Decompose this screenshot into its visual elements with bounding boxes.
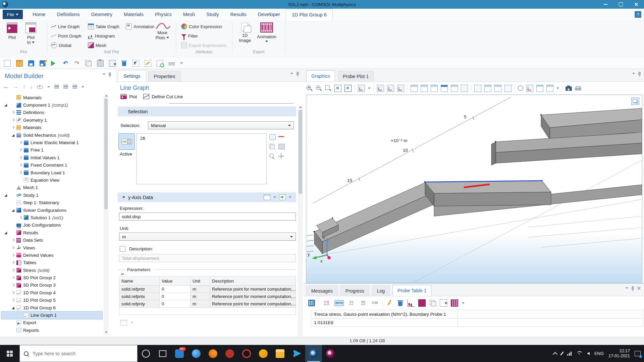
tab-log[interactable]: Log	[372, 286, 390, 296]
tab-graphics[interactable]: Graphics	[306, 70, 335, 81]
pin-icon[interactable]	[297, 72, 299, 75]
chevron-down-icon[interactable]	[273, 196, 276, 198]
mesh-plot-button[interactable]: Mesh	[88, 42, 106, 49]
selection-item[interactable]: 26	[140, 136, 145, 141]
tree-item-line-graph-1[interactable]: Line Graph 1	[1, 311, 102, 319]
select-entities-icon[interactable]	[474, 85, 481, 92]
language-indicator[interactable]: ENG	[594, 351, 604, 356]
animation-button[interactable]: Animation	[256, 21, 277, 48]
unit-combo[interactable]: m	[119, 233, 296, 241]
table-row[interactable]: solid.refpntz 0 m Reference point for mo…	[119, 286, 296, 293]
expand-all-icon[interactable]	[63, 85, 68, 89]
table-color-icon[interactable]	[418, 299, 426, 307]
rotate-icon[interactable]	[518, 85, 523, 91]
graphics-canvas[interactable]: 5 ×10⁻² m 10 15 z y x	[306, 95, 642, 283]
y-axis-data-section-header[interactable]: y-Axis Data	[118, 192, 296, 202]
tree-item-linear-elastic-material-1[interactable]: Linear Elastic Material 1	[1, 139, 102, 146]
maximize-button[interactable]	[613, 0, 629, 9]
zoom-box-icon[interactable]	[325, 85, 331, 92]
start-button[interactable]	[0, 345, 19, 362]
minimize-button[interactable]	[598, 0, 613, 9]
plot-in-button[interactable]: Plot In	[22, 21, 40, 48]
export-table-icon[interactable]	[440, 299, 447, 307]
collapse-arrow-icon[interactable]	[18, 140, 23, 145]
network-icon[interactable]	[567, 352, 572, 356]
settings-scrollbar[interactable]	[298, 105, 303, 336]
tree-item-results[interactable]: Results	[1, 229, 102, 236]
collapse-arrow-icon[interactable]	[11, 238, 16, 243]
replace-expression-icon[interactable]	[264, 194, 270, 200]
chevron-down-icon[interactable]	[289, 196, 291, 198]
histogram-button[interactable]: Histogram	[88, 32, 115, 40]
scientific-notation-button[interactable]: 8.5e-1	[347, 301, 356, 306]
tree-item-data-sets[interactable]: Data Sets	[1, 236, 102, 244]
collapse-arrow-icon[interactable]	[11, 253, 16, 258]
taskbar-search[interactable]	[19, 345, 138, 362]
tab-developer[interactable]: Developer	[252, 9, 286, 20]
collapse-arrow-icon[interactable]	[18, 163, 23, 168]
tree-item-solid-mechanics[interactable]: Solid Mechanics(solid)	[1, 131, 102, 139]
save-icon[interactable]	[28, 60, 34, 66]
collapse-arrow-icon[interactable]	[18, 215, 23, 220]
tree-item-fixed-constraint-1[interactable]: Fixed Constraint 1	[1, 162, 102, 169]
chevron-down-icon[interactable]	[47, 86, 50, 88]
tab-properties[interactable]: Properties	[148, 71, 181, 81]
zoom-in-icon[interactable]	[306, 85, 313, 92]
table-display-icon[interactable]	[451, 299, 458, 307]
expand-arrow-icon[interactable]	[11, 133, 16, 138]
duplicate-icon[interactable]	[109, 60, 116, 67]
paste-icon[interactable]	[97, 60, 104, 67]
description-checkbox[interactable]	[120, 246, 125, 252]
plot-table-icon[interactable]	[408, 300, 415, 307]
expand-arrow-icon[interactable]	[3, 103, 8, 108]
remove-from-selection-icon[interactable]	[278, 134, 284, 139]
chevron-down-icon[interactable]	[368, 87, 371, 89]
graphics-context-button[interactable]	[631, 98, 639, 105]
selection-list[interactable]: 26	[137, 133, 267, 184]
collapse-arrow-icon[interactable]	[18, 170, 23, 175]
panel-menu-icon[interactable]	[103, 73, 105, 75]
collapse-arrow-icon[interactable]	[11, 245, 16, 250]
redo-icon[interactable]: ↷	[74, 60, 80, 66]
tree-item-solution-1[interactable]: Solution 1(sol1)	[1, 214, 102, 221]
toolbar-overflow-icon[interactable]	[180, 62, 183, 64]
probe-table-settings-icon[interactable]	[308, 300, 315, 306]
tab-messages[interactable]: Messages	[306, 286, 338, 296]
measure-icon[interactable]	[169, 60, 175, 66]
table-row[interactable]: solid.refpntx 0 m Reference point for mo…	[119, 293, 296, 300]
taskbar-app-comsol-active[interactable]	[305, 345, 322, 362]
wifi-icon[interactable]	[577, 351, 583, 356]
chevron-down-icon[interactable]	[462, 302, 465, 304]
taskbar-app-comsol-2[interactable]	[322, 345, 339, 362]
tree-item-definitions[interactable]: Definitions	[1, 109, 102, 116]
table-graph-button[interactable]: Table Graph	[88, 23, 119, 30]
full-precision-button[interactable]: 8.05e-12	[323, 301, 331, 306]
maximize-window-icon[interactable]	[441, 85, 448, 92]
collapse-arrow-icon[interactable]	[11, 275, 16, 280]
taskbar-app-chat[interactable]: 99+	[171, 345, 188, 362]
restore-window-icon[interactable]	[451, 85, 458, 92]
collapse-arrow-icon[interactable]	[11, 118, 16, 123]
selection-combo[interactable]: Manual	[148, 121, 294, 129]
col-header-value[interactable]: Value	[160, 277, 191, 286]
close-button[interactable]	[629, 0, 644, 9]
go-to-default-view-icon[interactable]	[358, 85, 365, 92]
view-zx-icon[interactable]	[397, 85, 404, 92]
delete-table-icon[interactable]	[397, 300, 404, 306]
tab-progress[interactable]: Progress	[340, 286, 369, 296]
task-view-button[interactable]	[154, 345, 171, 362]
pen-icon[interactable]	[560, 352, 564, 356]
pin-icon[interactable]	[109, 72, 111, 76]
expand-arrow-icon[interactable]	[11, 208, 16, 213]
tab-probe-plot-1[interactable]: Probe Plot 1	[338, 71, 374, 81]
deselect-icon[interactable]	[461, 85, 468, 92]
chevron-down-icon[interactable]	[556, 87, 559, 89]
tree-item-1d-plot-group-5[interactable]: 1D Plot Group 5	[1, 297, 102, 304]
line-graph-button[interactable]: Line Graph	[51, 23, 79, 30]
show-axes-icon[interactable]	[546, 85, 553, 92]
back-icon[interactable]: ←	[3, 84, 9, 90]
transparency-icon[interactable]	[494, 85, 501, 92]
tree-item-reports[interactable]: Reports	[1, 326, 102, 334]
show-icon[interactable]	[37, 85, 43, 89]
auto-precision-button[interactable]: AUTO	[334, 300, 344, 306]
